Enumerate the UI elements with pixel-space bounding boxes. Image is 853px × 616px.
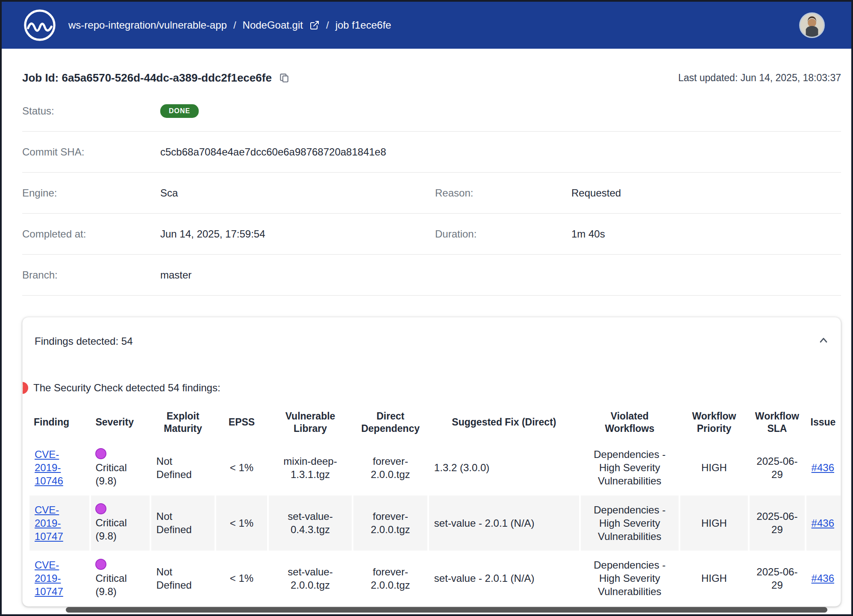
horizontal-scrollbar[interactable]: [66, 607, 827, 613]
column-header-workflow-priority: Workflow Priority: [680, 405, 748, 440]
direct-dependency-cell: forever-2.0.0.tgz: [353, 440, 427, 496]
engine-value: Sca: [160, 187, 435, 199]
column-header-vulnerable-library: Vulnerable Library: [269, 405, 352, 440]
finding-row: CVE-2019-10747 Critical (9.8) Not Define…: [29, 496, 841, 551]
direct-dependency-cell: forever-2.0.0.tgz: [353, 496, 427, 551]
findings-panel-header: Findings detected: 54: [23, 317, 841, 358]
job-header-row: Job Id: 6a5a6570-526d-44dc-a389-ddc2f1ec…: [22, 70, 841, 85]
workflow-priority-cell: HIGH: [680, 551, 748, 606]
last-updated: Last updated: Jun 14, 2025, 18:03:37: [678, 72, 841, 84]
chevron-up-icon: [818, 334, 829, 346]
copy-icon[interactable]: [279, 72, 290, 83]
completed-at-label: Completed at:: [22, 228, 160, 240]
workflow-sla-cell: 2025-06-29: [750, 551, 804, 606]
completed-duration-row: Completed at: Jun 14, 2025, 17:59:54 Dur…: [22, 214, 841, 255]
workflow-sla-cell: 2025-06-29: [750, 440, 804, 496]
finding-link[interactable]: CVE-2019-10747: [35, 559, 63, 597]
vulnerable-library-cell: set-value-0.4.3.tgz: [269, 496, 352, 551]
issue-link[interactable]: #436: [812, 462, 834, 473]
workflow-priority-cell: HIGH: [680, 440, 748, 496]
finding-row: CVE-2019-10747 Critical (9.8) Not Define…: [29, 551, 841, 606]
column-header-direct-dependency: Direct Dependency: [353, 405, 427, 440]
mend-logo[interactable]: [22, 8, 57, 43]
error-icon-glyph: !: [23, 383, 24, 393]
duration-value: 1m 40s: [571, 228, 841, 240]
exploit-maturity-cell: Not Defined: [151, 440, 215, 496]
severity-text: Critical (9.8): [95, 462, 126, 487]
exploit-maturity-cell: Not Defined: [151, 496, 215, 551]
workflow-priority-cell: HIGH: [680, 496, 748, 551]
breadcrumb-repo[interactable]: NodeGoat.git: [243, 19, 303, 31]
user-avatar[interactable]: [799, 12, 825, 38]
suggested-fix-cell: set-value - 2.0.1 (N/A): [429, 496, 579, 551]
exploit-maturity-cell: Not Defined: [151, 551, 215, 606]
engine-label: Engine:: [22, 187, 160, 199]
engine-reason-row: Engine: Sca Reason: Requested: [22, 173, 841, 214]
status-value: DONE: [160, 104, 841, 118]
breadcrumb-separator: /: [326, 19, 329, 31]
suggested-fix-cell: 1.3.2 (3.0.0): [429, 440, 579, 496]
mend-logo-icon: [22, 8, 57, 43]
findings-body: ! The Security Check detected 54 finding…: [23, 358, 841, 606]
issue-link[interactable]: #436: [812, 517, 834, 529]
collapse-panel-button[interactable]: [816, 333, 831, 349]
column-header-epss: EPSS: [216, 405, 267, 440]
breadcrumb: ws-repo-integration/vulnerable-app / Nod…: [68, 19, 391, 31]
finding-link[interactable]: CVE-2019-10747: [35, 504, 63, 542]
error-icon: !: [23, 382, 28, 394]
violated-workflows-cell: Dependencies - High Severity Vulnerabili…: [581, 551, 679, 606]
severity-text: Critical (9.8): [95, 572, 126, 597]
topbar: ws-repo-integration/vulnerable-app / Nod…: [2, 2, 851, 49]
column-header-finding: Finding: [29, 405, 89, 440]
job-id-title: Job Id: 6a5a6570-526d-44dc-a389-ddc2f1ec…: [22, 71, 272, 85]
column-header-issue: Issue: [806, 405, 841, 440]
suggested-fix-cell: set-value - 2.0.1 (N/A): [429, 551, 579, 606]
violated-workflows-cell: Dependencies - High Severity Vulnerabili…: [581, 496, 679, 551]
vulnerable-library-cell: mixin-deep-1.3.1.tgz: [269, 440, 352, 496]
job-id-text: Job Id: 6a5a6570-526d-44dc-a389-ddc2f1ec…: [22, 71, 272, 84]
violated-workflows-cell: Dependencies - High Severity Vulnerabili…: [581, 440, 679, 496]
commit-sha-label: Commit SHA:: [22, 146, 160, 158]
status-row: Status: DONE: [22, 91, 841, 132]
findings-table-header-row: Finding Severity Exploit Maturity EPSS V…: [29, 405, 841, 440]
finding-link[interactable]: CVE-2019-10746: [35, 449, 63, 487]
severity-text: Critical (9.8): [95, 517, 126, 542]
branch-row: Branch: master: [22, 255, 841, 296]
column-header-exploit-maturity: Exploit Maturity: [151, 405, 215, 440]
severity-critical-icon: [95, 503, 106, 514]
job-details: Job Id: 6a5a6570-526d-44dc-a389-ddc2f1ec…: [2, 49, 851, 607]
status-badge: DONE: [160, 104, 199, 118]
branch-value: master: [160, 269, 841, 281]
workflow-sla-cell: 2025-06-29: [750, 496, 804, 551]
findings-table: Finding Severity Exploit Maturity EPSS V…: [28, 405, 841, 606]
column-header-severity: Severity: [91, 405, 149, 440]
completed-at-value: Jun 14, 2025, 17:59:54: [160, 228, 435, 240]
page: ws-repo-integration/vulnerable-app / Nod…: [0, 0, 853, 616]
epss-cell: < 1%: [216, 551, 267, 606]
commit-sha-value: c5cb68a7084e4ae7dcc60e6a98768720a81841e8: [160, 146, 841, 158]
external-link-icon[interactable]: [309, 20, 320, 30]
duration-label: Duration:: [435, 228, 571, 240]
findings-panel-title: Findings detected: 54: [35, 335, 133, 347]
reason-value: Requested: [571, 187, 841, 199]
breadcrumb-separator: /: [233, 19, 236, 31]
vulnerable-library-cell: set-value-2.0.0.tgz: [269, 551, 352, 606]
status-label: Status:: [22, 105, 160, 117]
column-header-violated-workflows: Violated Workflows: [581, 405, 679, 440]
breadcrumb-project[interactable]: ws-repo-integration/vulnerable-app: [68, 19, 227, 31]
column-header-workflow-sla: Workflow SLA: [750, 405, 804, 440]
severity-critical-icon: [95, 559, 106, 570]
breadcrumb-job: job f1ece6fe: [335, 19, 391, 31]
issue-link[interactable]: #436: [812, 572, 834, 584]
avatar-photo: [800, 14, 824, 37]
severity-critical-icon: [95, 448, 106, 459]
commit-row: Commit SHA: c5cb68a7084e4ae7dcc60e6a9876…: [22, 132, 841, 173]
epss-cell: < 1%: [216, 496, 267, 551]
column-header-suggested-fix: Suggested Fix (Direct): [429, 405, 579, 440]
reason-label: Reason:: [435, 187, 571, 199]
epss-cell: < 1%: [216, 440, 267, 496]
findings-panel: Findings detected: 54 ! The Security Che…: [22, 317, 841, 607]
finding-row: CVE-2019-10746 Critical (9.8) Not Define…: [29, 440, 841, 496]
direct-dependency-cell: forever-2.0.0.tgz: [353, 551, 427, 606]
findings-alert: ! The Security Check detected 54 finding…: [28, 382, 835, 394]
